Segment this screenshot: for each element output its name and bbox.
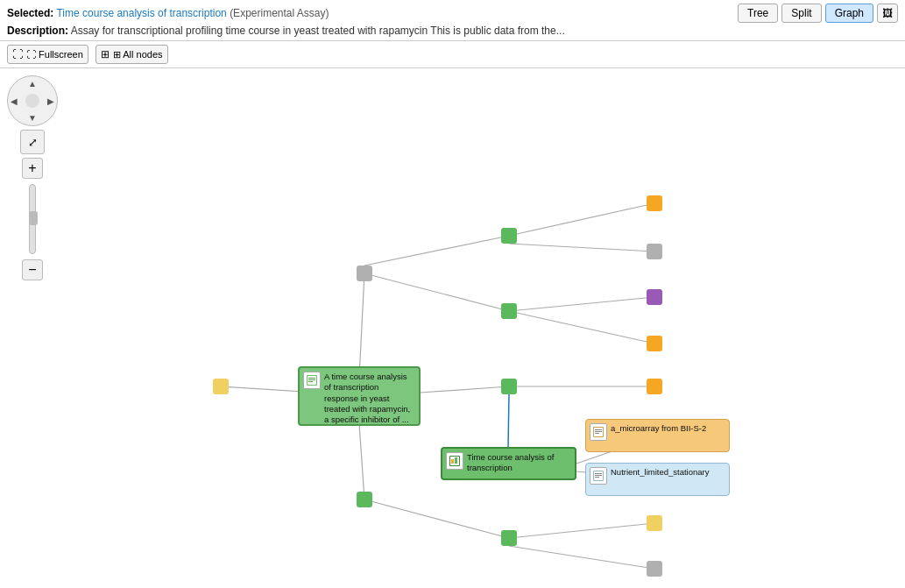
card3-text: a_microarray from BII-S-2 — [611, 423, 706, 434]
fit-icon: ⤢ — [28, 136, 38, 149]
pan-up-icon[interactable]: ▲ — [28, 79, 37, 89]
card4-icon — [590, 467, 607, 485]
svg-rect-30 — [595, 433, 599, 434]
selected-label: Selected: — [7, 7, 53, 19]
fullscreen-icon: ⛶ — [12, 48, 23, 60]
graph-button[interactable]: Graph — [825, 4, 873, 23]
node-yellow-1[interactable] — [213, 379, 229, 394]
svg-rect-29 — [595, 431, 602, 432]
svg-rect-24 — [451, 459, 454, 464]
card-node-2[interactable]: Time course analysis of transcription — [441, 447, 576, 480]
view-controls: Tree Split Graph 🖼 — [738, 4, 898, 23]
svg-line-12 — [364, 499, 509, 538]
fullscreen-label: ⛶ Fullscreen — [26, 49, 83, 60]
allnodes-icon: ⊞ — [101, 48, 110, 60]
selected-type: (Experimental Assay) — [230, 7, 329, 19]
node-green-5[interactable] — [501, 530, 517, 546]
description-text: Assay for transcriptional profiling time… — [71, 25, 565, 37]
svg-line-11 — [359, 423, 364, 499]
svg-rect-35 — [595, 477, 599, 478]
camera-icon: 🖼 — [882, 7, 893, 19]
svg-line-4 — [364, 273, 509, 311]
zoom-out-button[interactable]: − — [22, 259, 43, 280]
pan-center — [25, 94, 39, 108]
svg-line-13 — [509, 523, 654, 538]
card-node-4[interactable]: Nutrient_limited_stationary — [585, 463, 730, 496]
svg-rect-25 — [455, 457, 457, 464]
node-green-2[interactable] — [501, 303, 517, 319]
svg-rect-20 — [308, 379, 315, 380]
fullscreen-button[interactable]: ⛶ ⛶ Fullscreen — [7, 45, 88, 64]
selected-link[interactable]: Time course analysis of transcription — [56, 7, 226, 19]
svg-rect-19 — [308, 378, 315, 379]
svg-line-5 — [509, 203, 654, 236]
card1-icon — [303, 372, 321, 389]
pan-left-icon[interactable]: ◀ — [11, 96, 18, 106]
card-node-3[interactable]: a_microarray from BII-S-2 — [585, 419, 730, 452]
graph-svg — [0, 68, 905, 588]
svg-line-7 — [509, 297, 654, 311]
svg-rect-34 — [595, 475, 602, 476]
navigation-controls: ▲ ▼ ◀ ▶ ⤢ + − — [7, 75, 58, 280]
zoom-in-button[interactable]: + — [22, 158, 43, 179]
split-button[interactable]: Split — [781, 4, 821, 23]
node-green-1[interactable] — [501, 228, 517, 244]
node-green-4[interactable] — [357, 492, 372, 507]
svg-rect-33 — [595, 473, 602, 474]
zoom-track — [29, 184, 36, 254]
pan-control[interactable]: ▲ ▼ ◀ ▶ — [7, 75, 58, 126]
screenshot-button[interactable]: 🖼 — [877, 4, 898, 23]
svg-line-10 — [508, 394, 509, 447]
svg-line-3 — [364, 236, 509, 266]
pan-right-icon[interactable]: ▶ — [47, 96, 54, 106]
svg-line-8 — [509, 311, 654, 344]
svg-line-1 — [359, 273, 364, 378]
node-orange-3[interactable] — [647, 379, 662, 394]
node-gray-1[interactable] — [647, 244, 662, 259]
fit-button[interactable]: ⤢ — [20, 130, 45, 154]
node-orange-2[interactable] — [647, 336, 662, 351]
node-purple-1[interactable] — [647, 289, 662, 305]
allnodes-button[interactable]: ⊞ ⊞ All nodes — [95, 45, 168, 64]
card4-text: Nutrient_limited_stationary — [611, 467, 709, 478]
graph-canvas: A time course analysis of transcription … — [0, 68, 905, 588]
card3-icon — [590, 423, 607, 441]
node-green-3[interactable] — [501, 379, 517, 394]
svg-line-2 — [421, 386, 509, 393]
pan-down-icon[interactable]: ▼ — [28, 113, 37, 123]
svg-rect-28 — [595, 429, 602, 430]
zoom-handle[interactable] — [29, 211, 38, 225]
card2-text: Time course analysis of transcription — [467, 452, 571, 474]
node-yellow-2[interactable] — [647, 515, 662, 531]
card-node-1[interactable]: A time course analysis of transcription … — [298, 366, 421, 426]
description-label: Description: — [7, 25, 68, 37]
node-orange-1[interactable] — [647, 195, 662, 211]
svg-line-6 — [509, 244, 654, 251]
node-gray-3[interactable] — [647, 561, 662, 577]
card2-icon — [446, 452, 463, 470]
allnodes-label: ⊞ All nodes — [113, 49, 163, 60]
tree-button[interactable]: Tree — [738, 4, 778, 23]
node-gray-2[interactable] — [357, 266, 372, 281]
svg-line-14 — [509, 546, 654, 569]
card1-text: A time course analysis of transcription … — [324, 372, 415, 426]
svg-rect-21 — [308, 381, 313, 382]
